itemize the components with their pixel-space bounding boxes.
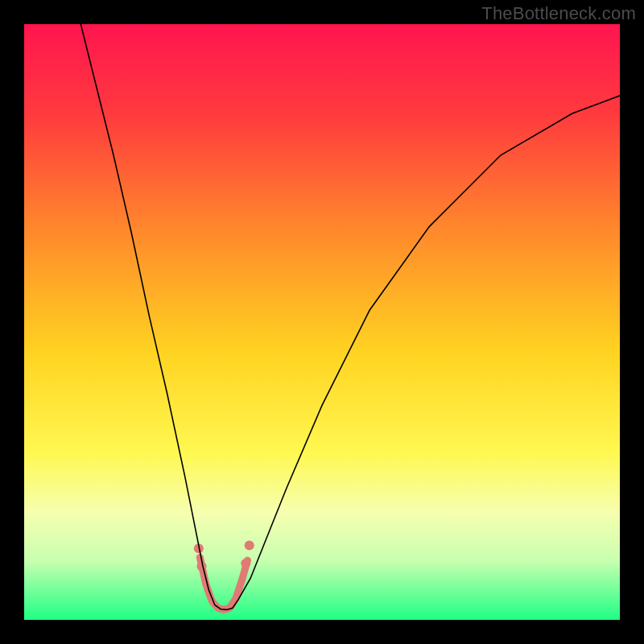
point-highlight-blob-right <box>241 559 250 568</box>
plot-area <box>24 24 620 620</box>
point-highlight-blob-right <box>245 541 254 551</box>
watermark-text: TheBottleneck.com <box>481 3 636 24</box>
chart-frame: TheBottleneck.com <box>0 0 644 644</box>
gradient-background <box>24 24 620 620</box>
bottleneck-chart <box>24 24 620 620</box>
